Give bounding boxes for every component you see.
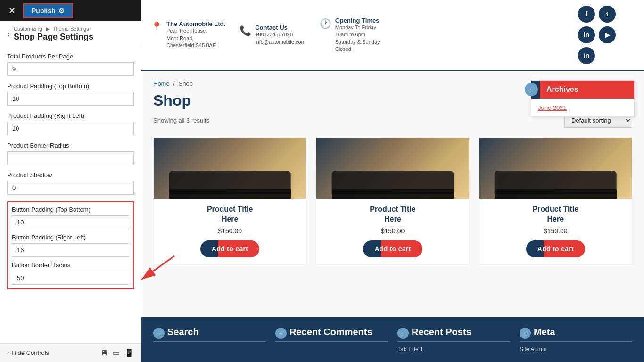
footer-widget-posts: 🔗 Recent Posts Tab Title 1 <box>397 327 510 353</box>
phone-icon: 📞 <box>239 25 251 36</box>
product-title: Product Title Here <box>316 205 469 224</box>
btn-padding-right-label: Button Padding (Right Left) <box>12 234 129 241</box>
back-button[interactable]: ‹ <box>7 29 10 39</box>
hide-controls-label: Hide Controls <box>12 349 49 356</box>
footer-divider <box>520 341 632 342</box>
btn-padding-right-group: Button Padding (Right Left) <box>12 234 129 257</box>
footer-posts-title: Recent Posts <box>397 327 510 337</box>
page-title: Shop Page Settings <box>14 32 93 42</box>
device-icons: 🖥 ▭ 📱 <box>100 348 134 357</box>
publish-label: Publish <box>32 7 56 15</box>
total-products-input[interactable] <box>7 62 134 76</box>
footer-search-title: Search <box>153 327 266 337</box>
padding-top-bottom-input[interactable] <box>7 92 134 106</box>
product-image <box>316 138 469 199</box>
youtube-button[interactable]: ▶ <box>599 26 616 43</box>
products-grid: Product Title Here $150.00 Add to cart P… <box>153 137 632 265</box>
product-price: $150.00 <box>316 227 469 235</box>
breadcrumb-nav: Customizing ▶ Theme Settings <box>14 26 93 32</box>
theme-settings-link[interactable]: Theme Settings <box>53 26 89 32</box>
product-price: $150.00 <box>154 227 306 235</box>
opening-title: Opening Times <box>335 17 380 24</box>
contact-content: Contact Us +001234567890 info@automobile… <box>255 24 305 46</box>
linkedin-button[interactable]: in <box>578 47 595 64</box>
publish-button[interactable]: Publish ⚙ <box>23 3 73 18</box>
home-link[interactable]: Home <box>153 80 170 87</box>
padding-right-left-input[interactable] <box>7 122 134 135</box>
site-footer: 🔗 Search 🔗 Recent Comments 🔗 Recent Post… <box>141 317 644 362</box>
breadcrumb-separator: / <box>173 80 175 87</box>
phone-number: +001234567890 <box>255 31 305 38</box>
add-to-cart-button[interactable]: Add to cart <box>200 240 259 257</box>
padding-top-bottom-group: Product Padding (Top Bottom) <box>7 82 134 106</box>
footer-widget-meta: 🔗 Meta Site Admin <box>520 327 632 353</box>
footer-comments-icon[interactable]: 🔗 <box>275 328 287 339</box>
total-products-label: Total Products Per Page <box>7 53 134 60</box>
footer-comments-title: Recent Comments <box>275 327 388 337</box>
shadow-label: Product Shadow <box>7 172 134 179</box>
padding-right-left-group: Product Padding (Right Left) <box>7 112 134 135</box>
chevron-left-icon: ‹ <box>7 349 9 356</box>
location-icon: 📍 <box>151 21 163 33</box>
address-lines: Pear Tree House. Moor Road, Chesterfield… <box>166 27 225 49</box>
btn-padding-right-input[interactable] <box>12 243 129 257</box>
top-bar: ✕ Publish ⚙ <box>0 0 141 21</box>
tablet-icon[interactable]: ▭ <box>113 348 120 357</box>
close-button[interactable]: ✕ <box>5 4 19 18</box>
instagram-button[interactable]: in <box>578 26 595 43</box>
controls-area: Total Products Per Page Product Padding … <box>0 47 141 343</box>
shadow-input[interactable] <box>7 181 134 195</box>
site-header: 📍 The Automobile Ltd. Pear Tree House. M… <box>141 0 644 71</box>
header-info: 📍 The Automobile Ltd. Pear Tree House. M… <box>151 17 380 53</box>
footer-divider <box>397 341 510 342</box>
padding-right-left-label: Product Padding (Right Left) <box>7 112 134 119</box>
product-image <box>154 138 306 199</box>
btn-padding-top-input[interactable] <box>12 215 129 229</box>
company-name: The Automobile Ltd. <box>166 20 225 27</box>
twitter-button[interactable]: t <box>599 6 616 23</box>
left-panel: ✕ Publish ⚙ ‹ Customizing ▶ Theme Settin… <box>0 0 141 362</box>
archives-link-icon[interactable]: 🔗 <box>525 83 538 96</box>
contact-title: Contact Us <box>255 24 305 31</box>
desktop-icon[interactable]: 🖥 <box>100 348 108 357</box>
mobile-icon[interactable]: 📱 <box>124 348 134 357</box>
email-address: info@automobile.com <box>255 39 305 46</box>
address-block: 📍 The Automobile Ltd. Pear Tree House. M… <box>151 20 225 49</box>
button-settings-group: Button Padding (Top Bottom) Button Paddi… <box>7 201 134 289</box>
btn-border-radius-group: Button Border Radius <box>12 262 129 285</box>
btn-border-radius-input[interactable] <box>12 271 129 285</box>
address-content: The Automobile Ltd. Pear Tree House. Moo… <box>166 20 225 49</box>
clock-icon: 🕐 <box>320 18 331 29</box>
product-title: Product Title Here <box>154 205 306 224</box>
padding-top-bottom-label: Product Padding (Top Bottom) <box>7 82 134 90</box>
add-to-cart-button[interactable]: Add to cart <box>363 240 422 257</box>
total-products-group: Total Products Per Page <box>7 53 134 76</box>
footer-meta-content: Site Admin <box>520 346 632 353</box>
btn-border-radius-label: Button Border Radius <box>12 262 129 269</box>
social-icons: f t in ▶ in <box>578 6 635 64</box>
bottom-bar: ‹ Hide Controls 🖥 ▭ 📱 <box>0 343 141 362</box>
breadcrumb-sep: ▶ <box>46 26 51 32</box>
archives-widget: Archives 🔗 June 2021 <box>531 80 635 117</box>
main-content: Home / Shop Shop Showing all 3 results D… <box>141 71 644 362</box>
footer-divider <box>275 341 388 342</box>
contact-block: 📞 Contact Us +001234567890 info@automobi… <box>239 24 305 46</box>
breadcrumb-text: Customizing ▶ Theme Settings Shop Page S… <box>14 26 93 42</box>
archives-header: Archives 🔗 <box>531 81 634 99</box>
shop-link[interactable]: Shop <box>179 80 193 87</box>
add-to-cart-button[interactable]: Add to cart <box>526 240 585 257</box>
customizing-link[interactable]: Customizing <box>14 26 42 32</box>
facebook-button[interactable]: f <box>578 6 595 23</box>
right-panel: 📍 The Automobile Ltd. Pear Tree House. M… <box>141 0 644 362</box>
footer-search-icon[interactable]: 🔗 <box>153 328 165 339</box>
footer-meta-title: Meta <box>520 327 632 337</box>
footer-widget-comments: 🔗 Recent Comments <box>275 327 388 353</box>
border-radius-group: Product Border Radius <box>7 142 134 165</box>
gear-icon: ⚙ <box>58 7 65 15</box>
footer-posts-icon[interactable]: 🔗 <box>397 328 409 339</box>
footer-meta-icon[interactable]: 🔗 <box>520 328 531 339</box>
archives-month[interactable]: June 2021 <box>538 104 567 111</box>
shadow-group: Product Shadow <box>7 172 134 195</box>
hide-controls-button[interactable]: ‹ Hide Controls <box>7 349 49 356</box>
border-radius-input[interactable] <box>7 151 134 165</box>
